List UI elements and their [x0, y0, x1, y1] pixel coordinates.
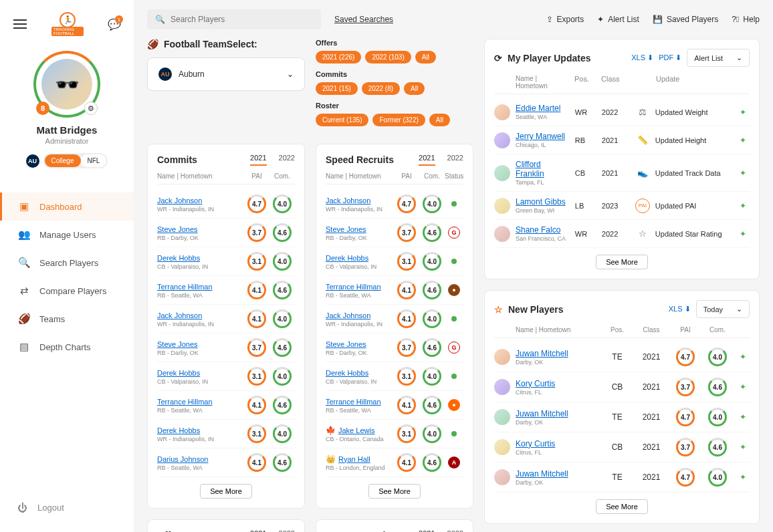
newplayers-filter-dropdown[interactable]: Today⌄ — [696, 300, 750, 318]
alert-list-button[interactable]: ✦Alert List — [597, 15, 639, 24]
player-link[interactable]: Jack Johnson — [326, 311, 370, 319]
chip-commits[interactable]: 2022 (8) — [362, 82, 400, 95]
player-link[interactable]: Clifford Franklin — [516, 160, 544, 178]
year-tab[interactable]: 2021 — [419, 529, 435, 532]
chip-roster[interactable]: Former (322) — [372, 114, 425, 126]
alert-beacon-icon[interactable]: ✦ — [736, 471, 750, 484]
player-row: Steve JonesRB - Darby, OK3.74.6G — [326, 219, 463, 247]
export-xls[interactable]: XLS ⬇ — [631, 53, 653, 62]
export-xls[interactable]: XLS ⬇ — [669, 305, 691, 313]
player-link[interactable]: Steve Jones — [157, 225, 198, 233]
nav-item-teams[interactable]: 🏈Teams — [0, 305, 134, 333]
player-link[interactable]: Derek Hobbs — [326, 254, 368, 262]
nav-item-search-players[interactable]: 🔍Search Players — [0, 249, 134, 277]
player-link[interactable]: Kory Curtis — [516, 439, 555, 448]
see-more-button[interactable]: See More — [596, 499, 648, 514]
see-more-button[interactable]: See More — [596, 255, 648, 269]
player-link[interactable]: Eddie Martel — [516, 104, 560, 113]
nav-item-dashboard[interactable]: ▣Dashboard — [0, 192, 134, 221]
alert-beacon-icon[interactable]: ✦ — [736, 166, 750, 180]
metric-ring: 4.0 — [273, 424, 292, 443]
alert-beacon-icon[interactable]: ✦ — [736, 199, 750, 213]
export-pdf[interactable]: PDF ⬇ — [659, 53, 681, 62]
metric-ring: 4.6 — [423, 453, 441, 472]
notifications-button[interactable]: 💬 1 — [108, 18, 120, 30]
year-tab[interactable]: 2022 — [279, 529, 295, 532]
player-link[interactable]: Steve Jones — [157, 340, 198, 348]
metric-ring: 4.6 — [423, 338, 441, 357]
nav-item-manage-users[interactable]: 👥Manage Users — [0, 221, 134, 249]
alert-beacon-icon[interactable]: ✦ — [736, 440, 750, 454]
player-link[interactable]: Juwan Mitchell — [516, 409, 568, 418]
player-row: Terrance HillmanRB - Seattle, WA4.14.6● — [326, 391, 463, 420]
metric-ring: 4.1 — [397, 396, 416, 414]
player-link[interactable]: Terrance Hillman — [157, 398, 213, 406]
player-link[interactable]: Shane Falco — [516, 225, 560, 235]
team-badge-icon: ● — [448, 399, 460, 411]
player-link[interactable]: Jack Johnson — [157, 196, 202, 205]
search-input[interactable] — [171, 15, 313, 24]
toggle-college[interactable]: College — [45, 154, 81, 167]
metric-ring: 4.6 — [273, 396, 292, 414]
help-button[interactable]: ?⃝Help — [732, 15, 760, 24]
player-link[interactable]: Kory Curtis — [516, 379, 555, 388]
alert-beacon-icon[interactable]: ✦ — [736, 106, 750, 119]
player-link[interactable]: Jake Lewis — [338, 426, 374, 434]
player-link[interactable]: Jerry Manwell — [516, 132, 565, 141]
year-tab[interactable]: 2021 — [419, 154, 435, 166]
player-link[interactable]: Terrance Hillman — [157, 283, 213, 291]
alert-beacon-icon[interactable]: ✦ — [736, 380, 750, 394]
chip-roster[interactable]: Current (135) — [316, 114, 368, 126]
see-more-button[interactable]: See More — [200, 484, 252, 499]
alert-beacon-icon[interactable]: ✦ — [736, 227, 750, 241]
player-link[interactable]: Lamont Gibbs — [516, 197, 566, 207]
year-tab[interactable]: 2022 — [447, 529, 463, 532]
year-tab[interactable]: 2022 — [447, 154, 463, 166]
player-link[interactable]: Juwan Mitchell — [516, 469, 568, 479]
toggle-nfl[interactable]: NFL — [81, 154, 107, 167]
player-link[interactable]: Darius Johnson — [157, 455, 208, 463]
saved-searches-link[interactable]: Saved Searches — [334, 15, 393, 24]
see-more-button[interactable]: See More — [368, 484, 421, 499]
player-row: Derek HobbsWR - Indianapolis, IN3.14.0 — [157, 420, 295, 448]
player-link[interactable]: Ryan Hall — [338, 455, 370, 463]
player-link[interactable]: Juwan Mitchell — [516, 349, 568, 358]
player-link[interactable]: Derek Hobbs — [157, 426, 200, 434]
chip-offers[interactable]: All — [415, 51, 436, 63]
player-link[interactable]: Terrance Hillman — [326, 398, 381, 406]
chip-commits[interactable]: All — [404, 82, 425, 95]
chip-commits[interactable]: 2021 (15) — [316, 82, 358, 95]
player-link[interactable]: Steve Jones — [326, 340, 366, 348]
menu-toggle[interactable] — [13, 19, 27, 29]
nav-item-depth-charts[interactable]: ▤Depth Charts — [0, 333, 134, 361]
player-avatar — [494, 409, 510, 425]
search-box[interactable]: 🔍 — [147, 9, 321, 29]
player-link[interactable]: Jack Johnson — [157, 311, 202, 319]
logout-button[interactable]: ⏻ Logout — [0, 493, 134, 521]
year-tab[interactable]: 2021 — [250, 529, 266, 532]
player-link[interactable]: Derek Hobbs — [326, 369, 368, 377]
player-link[interactable]: Derek Hobbs — [157, 254, 200, 262]
profile-name: Matt Bridges — [37, 124, 98, 136]
year-tab[interactable]: 2022 — [279, 154, 295, 166]
chevron-down-icon: ⌄ — [736, 53, 742, 62]
league-toggle[interactable]: College NFL — [43, 153, 108, 168]
player-row: Juwan MitchellDarby, OKTE20214.74.0✦ — [494, 462, 750, 493]
year-tab[interactable]: 2021 — [250, 154, 266, 166]
profile-settings-button[interactable]: ⚙ — [84, 102, 98, 115]
player-link[interactable]: Jack Johnson — [326, 196, 370, 205]
exports-button[interactable]: ⇪Exports — [546, 15, 584, 24]
player-link[interactable]: Terrance Hillman — [326, 283, 381, 291]
alert-beacon-icon[interactable]: ✦ — [736, 350, 750, 364]
chip-roster[interactable]: All — [429, 114, 450, 126]
player-link[interactable]: Steve Jones — [326, 225, 366, 233]
updates-filter-dropdown[interactable]: Alert List⌄ — [687, 49, 750, 67]
nav-item-compare-players[interactable]: ⇄Compare Players — [0, 277, 134, 305]
player-link[interactable]: Derek Hobbs — [157, 369, 200, 377]
alert-beacon-icon[interactable]: ✦ — [736, 134, 750, 147]
alert-beacon-icon[interactable]: ✦ — [736, 410, 750, 424]
chip-offers[interactable]: 2022 (103) — [365, 51, 411, 63]
chip-offers[interactable]: 2021 (226) — [316, 51, 361, 63]
saved-players-button[interactable]: 💾Saved Players — [653, 15, 718, 24]
team-select-dropdown[interactable]: AU Auburn ⌄ — [147, 57, 305, 91]
